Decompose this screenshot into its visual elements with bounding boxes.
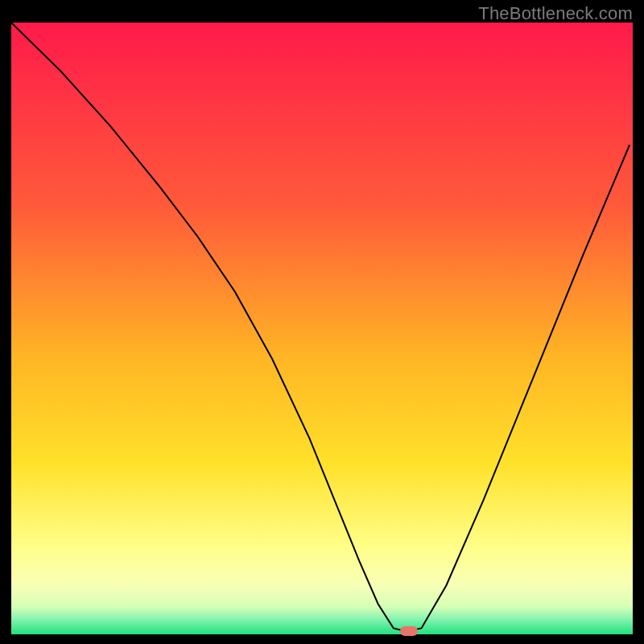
chart-svg	[11, 23, 633, 634]
watermark-text: TheBottleneck.com	[478, 3, 633, 24]
chart-frame: TheBottleneck.com	[0, 0, 644, 644]
chart-background-gradient	[11, 23, 633, 634]
optimal-point-marker	[400, 626, 418, 636]
chart-plot-area	[11, 23, 633, 634]
